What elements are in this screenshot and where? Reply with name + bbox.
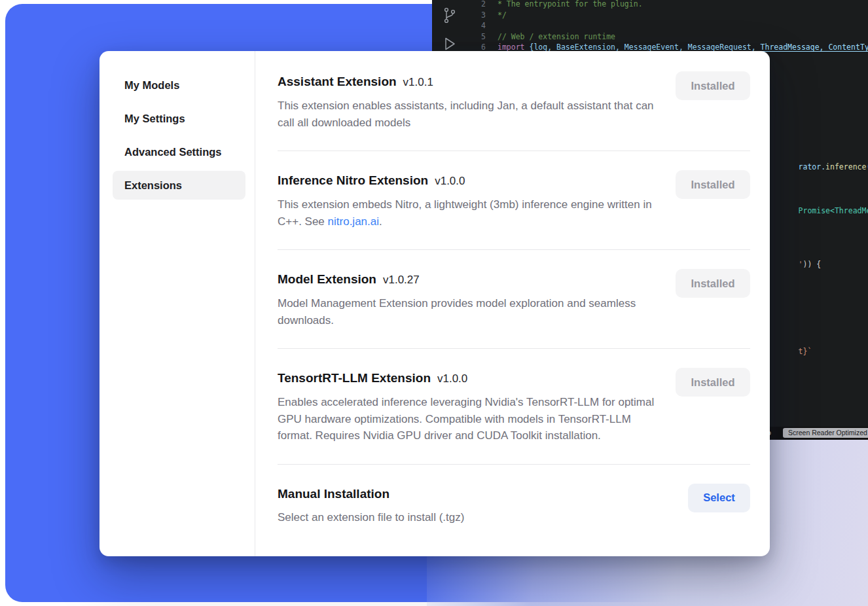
- line-number: 2: [432, 0, 497, 10]
- extension-version: v1.0.0: [437, 372, 467, 385]
- sidebar-item-advanced-settings[interactable]: Advanced Settings: [113, 137, 245, 166]
- extension-version: v1.0.1: [403, 76, 433, 88]
- code-fragment: ')) {: [771, 248, 821, 281]
- screen-reader-status-badge[interactable]: Screen Reader Optimized: [783, 428, 868, 438]
- code-fragment: t}`: [771, 335, 812, 368]
- extension-title: Model Extensionv1.0.27: [278, 270, 656, 289]
- extension-row-tensorrt-llm: TensortRT-LLM Extensionv1.0.0 Enables ac…: [278, 349, 750, 465]
- extension-description: This extension embeds Nitro, a lightweig…: [278, 196, 656, 230]
- line-number: 3: [432, 10, 497, 21]
- nitro-jan-ai-link[interactable]: nitro.jan.ai: [328, 215, 379, 228]
- sidebar-item-extensions[interactable]: Extensions: [113, 171, 245, 200]
- desktop-background: 2 * The entrypoint for the plugin. 3 */ …: [0, 0, 868, 606]
- extension-description: Model Management Extension provides mode…: [278, 295, 656, 329]
- code-line: 2 * The entrypoint for the plugin.: [432, 0, 643, 10]
- extension-version: v1.0.0: [435, 175, 465, 187]
- code-line: 3 */: [432, 10, 507, 21]
- extension-title: Inference Nitro Extensionv1.0.0: [278, 171, 656, 190]
- code-line: 4: [432, 20, 497, 31]
- line-number: 5: [432, 31, 497, 43]
- manual-installation-row: Manual Installation Select an extension …: [278, 465, 750, 542]
- installed-button[interactable]: Installed: [676, 269, 750, 298]
- extension-version: v1.0.27: [383, 274, 420, 286]
- sidebar-item-my-models[interactable]: My Models: [113, 71, 245, 99]
- code-fragment: rator.inference(data));: [771, 151, 868, 183]
- extension-row-model: Model Extensionv1.0.27 Model Management …: [278, 250, 750, 349]
- extensions-panel: Assistant Extensionv1.0.1 This extension…: [255, 51, 770, 556]
- extension-row-inference-nitro: Inference Nitro Extensionv1.0.0 This ext…: [278, 151, 750, 250]
- extension-description: Enables accelerated inference leveraging…: [278, 394, 656, 444]
- select-file-button[interactable]: Select: [688, 484, 750, 512]
- line-number: 4: [432, 20, 497, 31]
- extension-title: TensortRT-LLM Extensionv1.0.0: [278, 369, 656, 388]
- extension-description: This extension enables assistants, inclu…: [278, 98, 656, 131]
- settings-sidebar: My Models My Settings Advanced Settings …: [99, 51, 255, 556]
- installed-button[interactable]: Installed: [676, 71, 750, 100]
- extension-row-assistant: Assistant Extensionv1.0.1 This extension…: [278, 51, 750, 151]
- code-line: 5 // Web / extension runtime: [432, 31, 615, 43]
- manual-installation-title: Manual Installation: [278, 485, 464, 503]
- code-fragment: Promise<ThreadMessage>: [771, 194, 868, 227]
- manual-installation-description: Select an extension file to install (.tg…: [278, 509, 464, 526]
- settings-modal: My Models My Settings Advanced Settings …: [99, 51, 770, 556]
- sidebar-item-my-settings[interactable]: My Settings: [113, 104, 245, 133]
- installed-button[interactable]: Installed: [676, 368, 750, 397]
- installed-button[interactable]: Installed: [676, 170, 750, 199]
- extension-title: Assistant Extensionv1.0.1: [278, 73, 656, 92]
